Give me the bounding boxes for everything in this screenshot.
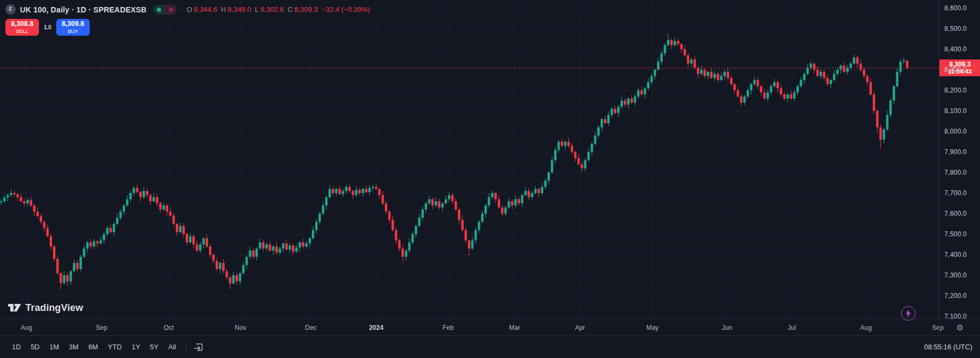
time-axis[interactable]: AugSepOctNovDec2024FebMarAprMayJunJulAug…	[0, 319, 939, 336]
time-axis-corner[interactable]: ⚙	[939, 319, 980, 336]
candle-body	[627, 98, 630, 104]
go-to-date-button[interactable]	[193, 342, 204, 353]
candle-body	[348, 187, 351, 191]
candle-body	[205, 238, 208, 247]
candle-body	[597, 127, 600, 135]
candle-body	[584, 160, 586, 168]
quick-trade-lightning-button[interactable]	[901, 306, 916, 321]
price-tick-label: 7,800.0	[944, 169, 966, 176]
candle-body	[734, 84, 736, 90]
candle-body	[56, 259, 59, 274]
candle-body	[799, 80, 802, 86]
candle-body	[143, 191, 145, 197]
candle-body	[746, 90, 749, 96]
candle-body	[315, 222, 318, 230]
candle-body	[694, 59, 696, 68]
candle-body	[182, 226, 185, 234]
candle-body	[617, 107, 620, 112]
sell-button[interactable]: 8,308.8 SELL	[5, 19, 39, 36]
candle-body	[537, 189, 540, 193]
candle-body	[621, 101, 623, 107]
candle-body	[382, 195, 384, 203]
candle-body	[624, 101, 626, 105]
candle-body	[189, 236, 192, 242]
time-tick-label: Apr	[575, 324, 585, 332]
candle-body	[458, 209, 461, 220]
candle-body	[3, 197, 5, 201]
time-tick-label: Jun	[722, 324, 732, 332]
time-tick-label: Dec	[305, 324, 316, 332]
candle-body	[607, 115, 610, 123]
candle-body	[461, 220, 464, 230]
candle-body	[647, 82, 650, 88]
range-button-1d[interactable]: 1D	[8, 341, 25, 353]
range-button-1y[interactable]: 1Y	[127, 341, 144, 353]
delayed-data-icon: ≈	[165, 5, 177, 15]
open-key: O	[186, 5, 192, 14]
candle-body	[687, 55, 690, 63]
candle-body	[6, 195, 9, 198]
time-axis-settings-icon[interactable]: ⚙	[956, 323, 963, 333]
candle-body	[464, 230, 467, 240]
candle-body	[717, 74, 719, 80]
order-panel: 8,308.8 SELL 1.0 8,309.8 BUY	[5, 19, 90, 36]
candle-body	[667, 40, 670, 45]
range-button-ytd[interactable]: YTD	[103, 341, 126, 353]
range-button-5y[interactable]: 5Y	[145, 341, 163, 353]
market-open-dot	[153, 5, 165, 15]
candle-body	[889, 101, 892, 115]
price-tick-label: 7,400.0	[944, 251, 966, 258]
candle-body	[252, 250, 255, 256]
candle-body	[495, 193, 497, 199]
candle-body	[677, 41, 679, 44]
candle-body	[833, 74, 836, 80]
candle-body	[508, 201, 510, 207]
candle-body	[614, 109, 617, 113]
clock-timezone[interactable]: 08:55:16 (UTC)	[924, 343, 972, 351]
market-status-pill[interactable]: ≈	[153, 5, 177, 15]
candle-body	[511, 201, 514, 205]
buy-button[interactable]: 8,309.8 BUY	[56, 19, 90, 36]
candle-body	[86, 242, 89, 248]
candle-body	[76, 263, 79, 269]
candle-body	[544, 181, 547, 187]
candle-body	[83, 249, 85, 257]
candle-body	[305, 243, 308, 247]
candle-body	[422, 209, 424, 217]
range-button-3m[interactable]: 3M	[64, 341, 83, 353]
candle-body	[126, 199, 129, 205]
candle-body	[425, 203, 428, 209]
candle-body	[594, 136, 597, 144]
candle-body	[571, 146, 574, 152]
candle-body	[843, 65, 845, 71]
candle-body	[242, 265, 245, 273]
range-button-6m[interactable]: 6M	[84, 341, 102, 353]
candle-body	[219, 263, 222, 269]
candle-body	[740, 96, 743, 102]
tradingview-logo[interactable]: TradingView	[8, 301, 83, 314]
chart-pane[interactable]	[0, 0, 939, 319]
price-tick-label: 7,900.0	[944, 148, 966, 156]
candle-body	[275, 247, 278, 253]
candle-body	[249, 250, 251, 256]
candle-body	[697, 68, 699, 74]
candle-body	[322, 205, 324, 214]
candle-body	[551, 160, 554, 173]
candle-body	[309, 238, 311, 244]
candle-body	[690, 59, 693, 64]
price-axis[interactable]: 8,309.3 11:04:43 8,600.08,500.08,400.08,…	[939, 0, 980, 319]
candle-body	[209, 247, 212, 255]
candle-body	[262, 242, 265, 248]
range-button-1m[interactable]: 1M	[45, 341, 63, 353]
candle-body	[93, 241, 96, 247]
candle-body	[236, 275, 238, 281]
candle-body	[518, 199, 521, 203]
candle-body	[710, 72, 713, 78]
candle-body	[53, 247, 56, 259]
range-button-all[interactable]: All	[164, 341, 180, 353]
candle-body	[903, 61, 905, 62]
symbol-title[interactable]: UK 100, Daily · 1D · SPREADEXSB	[20, 5, 146, 14]
range-button-5d[interactable]: 5D	[26, 341, 44, 353]
candle-body	[355, 190, 358, 195]
candle-body	[853, 57, 856, 63]
